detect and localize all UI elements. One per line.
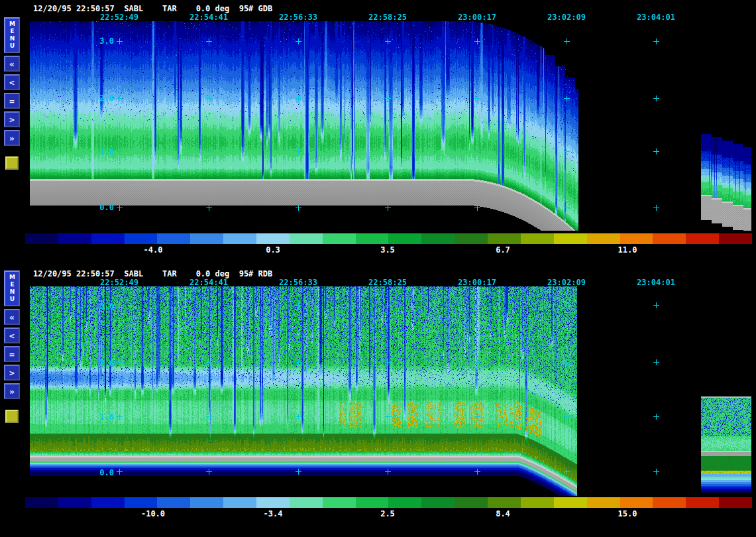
time-tick-label: 23:02:09 <box>537 278 596 287</box>
altitude-label: 3.0 <box>87 302 114 311</box>
altitude-label: 2.0 <box>87 359 114 368</box>
colorbar-tick-label: 2.5 <box>364 509 411 518</box>
colorbar-tick-label: 8.4 <box>480 509 526 518</box>
menu-button[interactable]: MENU <box>4 270 20 306</box>
altitude-label: 0.0 <box>87 203 114 212</box>
panel-header-text: 12/20/95 22:50:57 SABL TAR 0.0 deg 95# G… <box>33 4 272 13</box>
altitude-label: 1.0 <box>87 412 114 422</box>
altitude-label: 1.0 <box>87 147 114 156</box>
colorbar-tick-label: -4.0 <box>130 245 176 255</box>
fast-forward-button[interactable]: » <box>4 130 20 146</box>
lidar-panel-rdb: MENU « < = > » 12/20/95 22:50:57 SABL TA… <box>0 265 756 537</box>
menu-button[interactable]: MENU <box>4 17 20 53</box>
toolbar-gdb: MENU « < = > » <box>4 17 23 170</box>
time-tick-label: 22:58:25 <box>358 13 417 22</box>
time-tick-label: 23:04:01 <box>626 278 686 287</box>
colorbar-tick-label: 0.3 <box>250 245 296 255</box>
lidar-panel-gdb: MENU « < = > » 12/20/95 22:50:57 SABL TA… <box>0 0 756 265</box>
colorbar-tick-label: 15.0 <box>604 509 651 518</box>
menu-button-label: MENU <box>9 21 15 50</box>
color-swatch-button[interactable] <box>5 410 19 423</box>
pause-button[interactable]: = <box>4 93 20 109</box>
time-tick-label: 23:00:17 <box>447 13 507 22</box>
colorbar-tick-label: 6.7 <box>480 245 526 255</box>
step-forward-button[interactable]: > <box>4 365 20 381</box>
time-tick-label: 22:56:33 <box>268 278 328 287</box>
sabl-lidar-display: { "colors": { "background": "#000000", "… <box>0 0 756 537</box>
step-back-button[interactable]: < <box>4 74 20 90</box>
menu-button-label: MENU <box>9 274 15 303</box>
colorbar-gdb <box>25 233 752 244</box>
colorbar-tick-label: 11.0 <box>604 245 651 255</box>
altitude-label: 0.0 <box>87 468 114 477</box>
backscatter-heatmap-rdb <box>24 285 756 496</box>
time-tick-label: 22:58:25 <box>358 278 417 287</box>
time-tick-label: 22:54:41 <box>179 13 239 22</box>
altitude-label: 3.0 <box>87 36 114 46</box>
time-tick-label: 23:04:01 <box>626 13 686 22</box>
colorbar-rdb <box>25 497 752 508</box>
rewind-button[interactable]: « <box>4 309 20 325</box>
time-tick-label: 23:00:17 <box>447 278 507 287</box>
rewind-button[interactable]: « <box>4 56 20 72</box>
step-back-button[interactable]: < <box>4 328 20 343</box>
time-tick-label: 22:52:49 <box>89 278 149 287</box>
colorbar-tick-label: 3.5 <box>364 245 411 255</box>
time-tick-label: 22:54:41 <box>179 278 239 287</box>
backscatter-heatmap-gdb <box>24 20 756 231</box>
colorbar-tick-label: -3.4 <box>250 509 296 518</box>
fast-forward-button[interactable]: » <box>4 383 20 399</box>
time-tick-label: 22:52:49 <box>89 13 149 22</box>
altitude-label: 2.0 <box>87 93 114 103</box>
colorbar-tick-label: -10.0 <box>130 509 176 518</box>
step-forward-button[interactable]: > <box>4 111 20 127</box>
panel-header-text: 12/20/95 22:50:57 SABL TAR 0.0 deg 95# R… <box>33 269 272 278</box>
color-swatch-button[interactable] <box>5 156 19 170</box>
time-tick-label: 23:02:09 <box>537 13 596 22</box>
pause-button[interactable]: = <box>4 346 20 362</box>
toolbar-rdb: MENU « < = > » <box>4 270 23 423</box>
time-tick-label: 22:56:33 <box>268 13 328 22</box>
